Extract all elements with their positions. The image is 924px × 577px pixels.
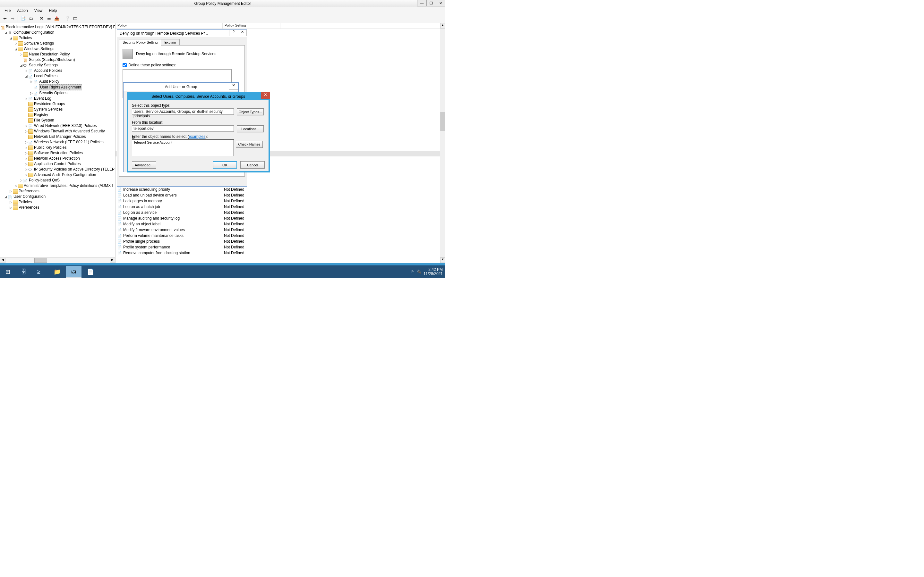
list-row[interactable]: 📄Modify firmware environment valuesNot D…: [115, 227, 445, 233]
list-row[interactable]: 📄Log on as a batch jobNot Defined: [115, 204, 445, 210]
start-button[interactable]: ⊞: [0, 266, 15, 278]
add-user-dialog-titlebar[interactable]: Add User or Group ✕: [124, 83, 238, 91]
list-row[interactable]: 📄Profile single processNot Defined: [115, 239, 445, 244]
object-names-input[interactable]: [132, 139, 234, 156]
tree-event-log[interactable]: ▷Event Log: [1, 96, 115, 101]
examples-link[interactable]: examples: [189, 134, 205, 139]
tree-public-key[interactable]: ▷Public Key Policies: [1, 145, 115, 150]
cancel-button[interactable]: Cancel: [240, 161, 265, 169]
tree-preferences[interactable]: ▷Preferences: [1, 189, 115, 194]
dialog-close-button[interactable]: ✕: [229, 83, 238, 90]
tree-computer-config[interactable]: ◢Computer Configuration: [1, 30, 115, 35]
scroll-up-arrow[interactable]: ▲: [440, 23, 445, 29]
tree-nap[interactable]: ▷Network Access Protection: [1, 156, 115, 161]
tree-policy-qos[interactable]: ▷Policy-based QoS: [1, 177, 115, 183]
tab-security-policy-setting[interactable]: Security Policy Setting: [119, 39, 161, 45]
tree-security-options[interactable]: ▷Security Options: [1, 90, 115, 96]
window-maximize-button[interactable]: ❐: [426, 0, 436, 6]
list-row[interactable]: 📄Lock pages in memoryNot Defined: [115, 198, 445, 204]
tray-clock[interactable]: 2:42 PM 11/28/2021: [423, 268, 443, 276]
tree-user-config[interactable]: ◢User Configuration: [1, 194, 115, 199]
scroll-down-arrow[interactable]: ▼: [440, 258, 445, 263]
view-options-button[interactable]: 🗔: [71, 15, 79, 22]
tree-ipsec[interactable]: ▷IP Security Policies on Active Director…: [1, 167, 115, 172]
object-types-button[interactable]: Object Types...: [237, 108, 264, 115]
list-row[interactable]: 📄Remove computer from docking stationNot…: [115, 250, 445, 256]
tree-advanced-audit[interactable]: ▷Advanced Audit Policy Configuration: [1, 172, 115, 177]
dialog-close-button[interactable]: ✕: [261, 92, 270, 99]
scroll-right-arrow[interactable]: ▶: [110, 258, 115, 263]
list-row[interactable]: 📄Manage auditing and security logNot Def…: [115, 215, 445, 221]
list-row[interactable]: 📄Increase scheduling priorityNot Defined: [115, 187, 445, 192]
tree-name-resolution[interactable]: ▷Name Resolution Policy: [1, 52, 115, 57]
select-users-dialog-title: Select Users, Computers, Service Account…: [152, 94, 245, 99]
list-row[interactable]: 📄Perform volume maintenance tasksNot Def…: [115, 233, 445, 239]
menu-file[interactable]: File: [1, 8, 14, 13]
taskbar-explorer[interactable]: 📁: [49, 266, 65, 277]
delete-button[interactable]: ✖: [38, 15, 45, 22]
tree-wired-network[interactable]: ▷Wired Network (IEEE 802.3) Policies: [1, 123, 115, 129]
scroll-thumb[interactable]: [34, 258, 47, 263]
tree-restricted-groups[interactable]: Restricted Groups: [1, 101, 115, 107]
nav-forward-button[interactable]: ➡: [9, 15, 16, 22]
define-policy-checkbox[interactable]: [123, 63, 127, 67]
properties-button[interactable]: ☰: [45, 15, 53, 22]
tab-explain[interactable]: Explain: [161, 39, 179, 45]
tree-software-restriction[interactable]: ▷Software Restriction Policies: [1, 150, 115, 156]
advanced-button[interactable]: Advanced...: [132, 161, 156, 169]
tree-file-system[interactable]: File System: [1, 118, 115, 123]
up-level-button[interactable]: 📑: [19, 15, 27, 22]
taskbar-notepad[interactable]: 📄: [83, 266, 98, 277]
vertical-scrollbar[interactable]: ▲ ▼: [440, 23, 445, 263]
tray-flag-icon[interactable]: 🏳: [411, 269, 415, 274]
taskbar-server-manager[interactable]: 🗄: [16, 266, 31, 277]
ok-button[interactable]: OK: [213, 161, 237, 169]
taskbar-powershell[interactable]: ≥_: [33, 266, 48, 277]
tree-windows-firewall[interactable]: ▷Windows Firewall with Advanced Security: [1, 129, 115, 134]
nav-back-button[interactable]: ⬅: [1, 15, 8, 22]
list-row[interactable]: 📄Log on as a serviceNot Defined: [115, 210, 445, 215]
tree-software-settings[interactable]: ▷Software Settings: [1, 41, 115, 46]
dialog-close-button[interactable]: ✕: [238, 30, 247, 36]
properties-dialog-titlebar[interactable]: Deny log on through Remote Desktop Servi…: [117, 30, 247, 37]
tree-windows-settings[interactable]: ◢Windows Settings: [1, 46, 115, 52]
locations-button[interactable]: Locations...: [237, 125, 264, 132]
tree-account-policies[interactable]: ▷Account Policies: [1, 68, 115, 73]
menu-help[interactable]: Help: [46, 8, 60, 13]
window-close-button[interactable]: ✕: [436, 0, 445, 6]
tree-root[interactable]: Block Interactive Login [WIN-F74JK2VTFSK…: [1, 24, 115, 30]
tree-policies[interactable]: ◢Policies: [1, 35, 115, 41]
tree-horizontal-scrollbar[interactable]: ◀ ▶: [0, 258, 115, 263]
tree-security-settings[interactable]: ◢Security Settings: [1, 63, 115, 68]
tray-network-icon[interactable]: 🔌: [417, 269, 422, 274]
tree-local-policies[interactable]: ◢Local Policies: [1, 73, 115, 79]
taskbar-gpmc[interactable]: 🗂: [66, 266, 81, 277]
check-names-button[interactable]: Check Names: [236, 141, 263, 148]
scroll-left-arrow[interactable]: ◀: [0, 258, 5, 263]
menu-view[interactable]: View: [31, 8, 46, 13]
tree-wireless-network[interactable]: ▷Wireless Network (IEEE 802.11) Policies: [1, 139, 115, 145]
menu-action[interactable]: Action: [14, 8, 31, 13]
tree-preferences-2[interactable]: ▷Preferences: [1, 205, 115, 210]
show-hide-tree-button[interactable]: 🗂: [27, 15, 34, 22]
column-policy[interactable]: Policy: [115, 23, 223, 29]
column-policy-setting[interactable]: Policy Setting: [223, 23, 280, 29]
tree-audit-policy[interactable]: ▷Audit Policy: [1, 79, 115, 84]
window-minimize-button[interactable]: —: [417, 0, 427, 6]
tree-admin-templates[interactable]: ▷Administrative Templates: Policy defini…: [1, 183, 115, 189]
dialog-help-button[interactable]: ?: [229, 30, 238, 36]
tree-network-list[interactable]: Network List Manager Policies: [1, 134, 115, 139]
help-button[interactable]: ❔: [64, 15, 71, 22]
list-row[interactable]: 📄Profile system performanceNot Defined: [115, 244, 445, 250]
select-users-dialog-titlebar[interactable]: Select Users, Computers, Service Account…: [128, 93, 268, 100]
tree-user-rights[interactable]: User Rights Assignment: [1, 84, 115, 90]
tree-policies-2[interactable]: ▷Policies: [1, 199, 115, 205]
list-row[interactable]: 📄Load and unload device driversNot Defin…: [115, 192, 445, 198]
tree-system-services[interactable]: System Services: [1, 107, 115, 112]
tree-app-control[interactable]: ▷Application Control Policies: [1, 161, 115, 167]
tree-registry[interactable]: Registry: [1, 112, 115, 118]
export-button[interactable]: 📤: [53, 15, 60, 22]
list-row[interactable]: 📄Modify an object labelNot Defined: [115, 221, 445, 227]
tree-scripts[interactable]: Scripts (Startup/Shutdown): [1, 57, 115, 63]
scroll-thumb[interactable]: [441, 112, 445, 131]
